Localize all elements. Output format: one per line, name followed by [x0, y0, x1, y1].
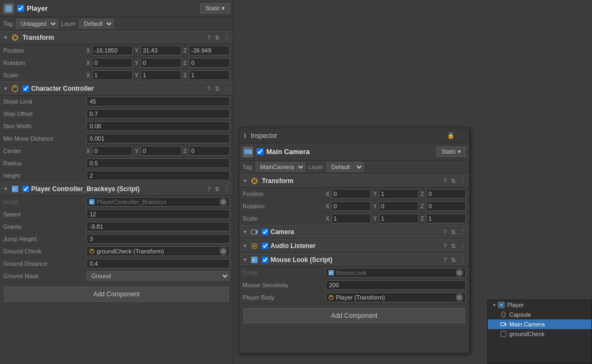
- rot-y-input[interactable]: [141, 58, 181, 68]
- audio-checkbox[interactable]: [262, 243, 268, 249]
- camera-static-button[interactable]: Static ▾: [436, 147, 466, 157]
- pos-z-input[interactable]: [189, 46, 230, 55]
- player-tag-dropdown[interactable]: Untagged: [16, 19, 58, 28]
- camera-comp-help-icon[interactable]: ?: [443, 229, 447, 236]
- ground-check-target-button[interactable]: ⊙: [220, 247, 227, 255]
- svg-point-25: [253, 245, 255, 247]
- playerscript-checkbox[interactable]: [23, 186, 29, 192]
- cam-rot-y-input[interactable]: [379, 201, 419, 211]
- ground-mask-dropdown[interactable]: Ground: [86, 271, 230, 281]
- inspector-menu-icon[interactable]: ⋮: [459, 132, 465, 139]
- player-layer-dropdown[interactable]: Default: [79, 19, 114, 28]
- scale-y-input[interactable]: [141, 70, 181, 80]
- camera-comp-menu-icon[interactable]: ⋮: [460, 229, 466, 236]
- player-body-target-button[interactable]: ⊙: [456, 294, 463, 301]
- transform-settings-icon[interactable]: ⇅: [215, 34, 220, 41]
- script-target-button[interactable]: ⊙: [220, 198, 227, 206]
- center-x-input[interactable]: [92, 146, 133, 156]
- rot-x-input[interactable]: [92, 58, 133, 68]
- transform-help-icon[interactable]: ?: [207, 34, 210, 41]
- cam-scale-z-input[interactable]: [426, 214, 466, 223]
- skin-width-input[interactable]: [86, 121, 230, 131]
- script-ref-value[interactable]: PlayerController_Brackeys: [97, 199, 166, 205]
- charctrl-checkbox[interactable]: [23, 85, 29, 92]
- center-z-input[interactable]: [189, 146, 230, 156]
- transform-section-header[interactable]: ▼ Transform ? ⇅ ⋮: [0, 31, 233, 45]
- height-input[interactable]: [86, 171, 230, 180]
- camera-tag-dropdown[interactable]: MainCamera: [255, 162, 305, 172]
- audio-settings-icon[interactable]: ⇅: [451, 243, 456, 250]
- ground-check-row: Ground Check groundCheck (Transform) ⊙: [0, 245, 233, 258]
- jump-height-input[interactable]: [86, 234, 230, 244]
- playerscript-section-header[interactable]: ▼ # Player Controller_Brackeys (Script) …: [0, 182, 233, 196]
- camera-layer-dropdown[interactable]: Default: [326, 162, 364, 172]
- gravity-input[interactable]: [86, 222, 230, 231]
- playerscript-help-icon[interactable]: ?: [207, 186, 210, 193]
- playerscript-settings-icon[interactable]: ⇅: [215, 186, 220, 193]
- playerscript-header-actions: ? ⇅ ⋮: [207, 186, 230, 193]
- player-body-value: Player (Transform): [336, 294, 385, 301]
- hierarchy-item-player[interactable]: ▼ Player: [488, 300, 591, 310]
- charctrl-help-icon[interactable]: ?: [207, 85, 210, 92]
- cam-transform-settings-icon[interactable]: ⇅: [451, 178, 456, 185]
- cam-pos-y-input[interactable]: [379, 189, 419, 199]
- transform-position-row: Position X Y Z: [0, 45, 233, 57]
- mouselook-target-button[interactable]: ⊙: [456, 269, 463, 276]
- mouselook-menu-icon[interactable]: ⋮: [460, 257, 466, 264]
- audio-actions: ? ⇅ ⋮: [443, 243, 466, 250]
- radius-input[interactable]: [86, 158, 230, 168]
- mouselook-checkbox[interactable]: [262, 257, 268, 263]
- scale-x-input[interactable]: [92, 70, 133, 80]
- cam-rot-x-input[interactable]: [332, 201, 371, 211]
- playerscript-menu-icon[interactable]: ⋮: [224, 186, 230, 193]
- charctrl-settings-icon[interactable]: ⇅: [215, 85, 220, 92]
- cam-scale-x-input[interactable]: [332, 214, 371, 223]
- cam-rot-z-input[interactable]: [426, 201, 466, 211]
- cam-transform-menu-icon[interactable]: ⋮: [460, 178, 466, 185]
- step-offset-input[interactable]: [86, 109, 230, 119]
- hierarchy-item-maincamera[interactable]: Main Camera: [488, 319, 591, 329]
- camera-comp-section-header[interactable]: ▼ Camera ? ⇅ ⋮: [239, 225, 469, 239]
- mouse-sensitivity-input[interactable]: [326, 280, 466, 290]
- speed-input[interactable]: [86, 209, 230, 219]
- player-static-button[interactable]: Static ▾: [200, 3, 230, 13]
- mouselook-settings-icon[interactable]: ⇅: [451, 257, 456, 264]
- slope-limit-label: Slope Limit: [3, 98, 86, 105]
- left-add-component-button[interactable]: Add Component: [4, 287, 229, 302]
- svg-rect-35: [501, 323, 505, 326]
- svg-marker-16: [250, 149, 252, 155]
- mouselook-script-value[interactable]: MouseLook: [336, 270, 367, 276]
- min-move-input[interactable]: [86, 134, 230, 143]
- hierarchy-item-capsule[interactable]: Capsule: [488, 310, 591, 319]
- slope-limit-input[interactable]: [86, 97, 230, 106]
- lock-icon[interactable]: 🔒: [447, 132, 455, 139]
- mouselook-icon: #: [250, 256, 259, 264]
- center-row: Center X Y Z: [0, 145, 233, 157]
- pos-x-input[interactable]: [92, 46, 133, 55]
- camera-comp-checkbox[interactable]: [262, 229, 268, 235]
- audio-help-icon[interactable]: ?: [443, 243, 447, 250]
- camera-comp-settings-icon[interactable]: ⇅: [451, 229, 456, 236]
- mouselook-section-header[interactable]: ▼ # Mouse Look (Script) ? ⇅ ⋮: [239, 253, 469, 267]
- mouselook-help-icon[interactable]: ?: [443, 257, 447, 264]
- middle-add-component-button[interactable]: Add Component: [244, 308, 465, 323]
- rot-z-input[interactable]: [189, 58, 230, 68]
- hierarchy-item-groundcheck[interactable]: groundCheck: [488, 329, 591, 339]
- cam-scale-y-input[interactable]: [379, 214, 419, 223]
- player-active-checkbox[interactable]: [17, 5, 24, 12]
- cam-transform-help-icon[interactable]: ?: [443, 178, 447, 185]
- cam-pos-x-input[interactable]: [332, 189, 371, 199]
- ground-dist-input[interactable]: [86, 259, 230, 268]
- pos-y-input[interactable]: [141, 46, 181, 55]
- center-y-input[interactable]: [141, 146, 181, 156]
- player-body-field: Player (Transform) ⊙: [326, 293, 466, 302]
- scale-z-input[interactable]: [189, 70, 230, 80]
- charctrl-menu-icon[interactable]: ⋮: [224, 85, 230, 92]
- cam-transform-section-header[interactable]: ▼ Transform ? ⇅ ⋮: [239, 174, 469, 188]
- cam-pos-z-input[interactable]: [426, 189, 466, 199]
- camera-active-checkbox[interactable]: [257, 148, 264, 155]
- transform-menu-icon[interactable]: ⋮: [224, 34, 230, 41]
- charctrl-section-header[interactable]: ▼ Character Controller ? ⇅ ⋮: [0, 82, 233, 96]
- audio-menu-icon[interactable]: ⋮: [460, 243, 466, 250]
- audio-section-header[interactable]: ▼ Audio Listener ? ⇅ ⋮: [239, 239, 469, 253]
